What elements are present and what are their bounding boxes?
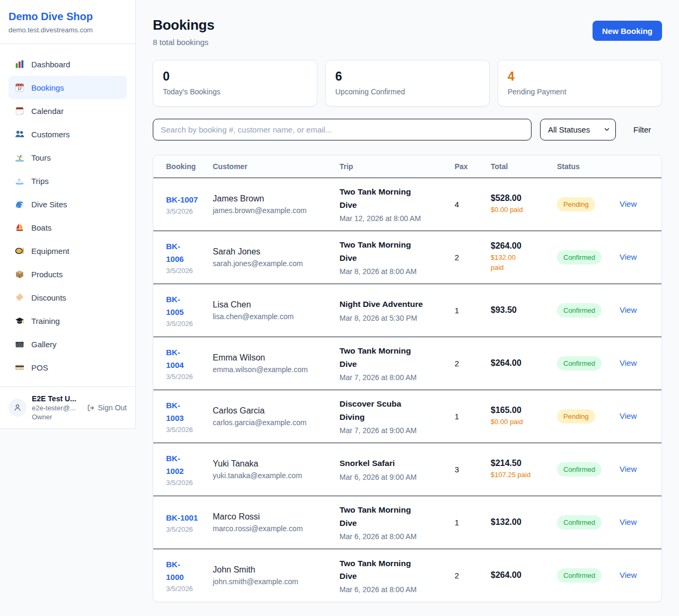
sidebar-item-bookings[interactable]: 17Bookings (8, 76, 127, 99)
trip-name: Discover Scuba Diving (340, 398, 449, 423)
total-amount: $132.00 (491, 517, 552, 527)
column-header-pax: Pax (455, 155, 491, 178)
wave-icon (15, 199, 24, 209)
status-badge: Confirmed (557, 568, 602, 583)
trip-date: Mar 6, 2026 at 8:00 AM (340, 532, 449, 541)
trip-date: Mar 12, 2026 at 8:00 AM (340, 214, 449, 223)
booking-id-link[interactable]: BK- 1002 (166, 452, 184, 478)
search-input[interactable] (153, 119, 532, 140)
sidebar-item-label: Dashboard (31, 60, 70, 69)
main-content: Bookings 8 total bookings New Booking 0 … (136, 0, 679, 616)
customer-name: Marco Rossi (213, 512, 334, 522)
booking-id-link[interactable]: BK- 1004 (166, 346, 184, 372)
customer-name: Yuki Tanaka (213, 459, 334, 469)
booking-date: 3/5/2026 (166, 373, 207, 381)
stat-label: Pending Payment (508, 87, 652, 96)
view-link[interactable]: View (620, 358, 637, 367)
booking-date: 3/5/2026 (166, 207, 207, 215)
sidebar-item-label: Customers (31, 130, 70, 139)
sidebar-item-boats[interactable]: Boats (8, 216, 127, 239)
trip-date: Mar 6, 2026 at 9:00 AM (340, 473, 449, 481)
user-name: E2E Test U... (32, 394, 76, 403)
view-link[interactable]: View (620, 411, 637, 420)
trip-name: Snorkel Safari (340, 457, 449, 470)
sidebar-header: Demo Dive Shop demo.test.divestreams.com (0, 0, 135, 44)
sidebar-item-label: Gallery (31, 340, 57, 349)
booking-date: 3/5/2026 (166, 525, 207, 533)
page-header: Bookings 8 total bookings New Booking (153, 17, 662, 47)
status-badge: Confirmed (557, 515, 602, 530)
user-email: e2e-tester@... (32, 404, 76, 412)
sidebar-item-pos[interactable]: POS (8, 356, 127, 379)
customer-email: carlos.garcia@example.com (213, 418, 334, 427)
graduation-cap-icon (15, 316, 24, 325)
booking-id-link[interactable]: BK- 1000 (166, 558, 184, 584)
stat-card-pending-payment: 4 Pending Payment (498, 60, 662, 107)
sidebar-item-equipment[interactable]: Equipment (8, 239, 127, 262)
booking-id-link[interactable]: BK- 1005 (166, 293, 184, 319)
sidebar-item-label: Training (31, 316, 60, 325)
status-select-wrap: All Statuses (540, 119, 616, 140)
status-badge: Confirmed (557, 462, 602, 477)
filter-button[interactable]: Filter (633, 125, 651, 134)
total-amount: $528.00 (491, 193, 552, 203)
page-title-block: Bookings 8 total bookings (153, 17, 214, 47)
sidebar-item-gallery[interactable]: Gallery (8, 332, 127, 356)
trip-name: Two Tank Morning Dive (340, 186, 449, 211)
view-link[interactable]: View (620, 252, 637, 261)
sidebar-item-discounts[interactable]: Discounts (8, 286, 127, 309)
column-header-trip: Trip (340, 155, 455, 178)
user-section: E2E Test U... e2e-tester@... Owner Sign … (0, 386, 135, 428)
trip-name: Two Tank Morning Dive (340, 345, 449, 370)
status-badge: Confirmed (557, 250, 602, 265)
booking-id-link[interactable]: BK-1007 (166, 193, 198, 206)
view-link[interactable]: View (620, 199, 637, 208)
sidebar-item-customers[interactable]: Customers (8, 122, 127, 146)
user-meta: E2E Test U... e2e-tester@... Owner (32, 394, 76, 421)
booking-date: 3/5/2026 (166, 585, 207, 593)
booking-id-link[interactable]: BK- 1006 (166, 240, 184, 266)
sidebar-item-trips[interactable]: Trips (8, 169, 127, 192)
pax-count: 2 (455, 549, 491, 602)
calendar-date-icon: 17 (15, 83, 24, 92)
sidebar-item-label: Products (31, 270, 63, 279)
status-select[interactable]: All Statuses (540, 119, 616, 140)
sidebar-item-label: Tours (31, 153, 51, 162)
sidebar-item-products[interactable]: Products (8, 262, 127, 286)
sidebar-item-label: Discounts (31, 293, 66, 302)
new-booking-button[interactable]: New Booking (593, 21, 662, 41)
dive-mask-icon (15, 246, 24, 256)
trip-date: Mar 7, 2026 at 8:00 AM (340, 373, 449, 382)
view-link[interactable]: View (620, 570, 637, 579)
sidebar-item-training[interactable]: Training (8, 309, 127, 332)
view-link[interactable]: View (620, 517, 637, 526)
sign-out-button[interactable]: Sign Out (87, 403, 127, 412)
total-amount: $214.50 (491, 459, 552, 468)
column-header-total: Total (491, 155, 557, 178)
column-header-status: Status (557, 155, 620, 178)
view-link[interactable]: View (620, 305, 637, 314)
booking-id-link[interactable]: BK- 1003 (166, 399, 184, 425)
sidebar-item-dashboard[interactable]: Dashboard (8, 52, 127, 76)
total-amount: $264.00 (491, 241, 552, 251)
stat-value: 0 (163, 69, 307, 84)
sidebar-item-tours[interactable]: Tours (8, 146, 127, 169)
booking-id-link[interactable]: BK-1001 (166, 512, 198, 524)
amount-paid: $107.25 paid (491, 470, 552, 480)
sidebar-item-label: Bookings (31, 83, 64, 92)
people-icon (15, 129, 24, 139)
sidebar-item-dive-sites[interactable]: Dive Sites (8, 192, 127, 216)
trip-date: Mar 8, 2026 at 5:30 PM (340, 314, 449, 322)
stat-label: Today's Bookings (163, 87, 307, 96)
sidebar-item-calendar[interactable]: Calendar (8, 99, 127, 122)
credit-card-icon (15, 363, 24, 372)
total-amount: $264.00 (491, 358, 552, 368)
user-role: Owner (32, 413, 76, 421)
amount-paid: $0.00 paid (491, 205, 552, 215)
pax-count: 3 (455, 443, 491, 496)
pax-count: 1 (455, 496, 491, 549)
view-link[interactable]: View (620, 464, 637, 473)
bar-chart-icon (15, 59, 24, 69)
customer-email: yuki.tanaka@example.com (213, 471, 334, 480)
table-row: BK-1007 3/5/2026 James Brown james.brown… (153, 178, 661, 231)
